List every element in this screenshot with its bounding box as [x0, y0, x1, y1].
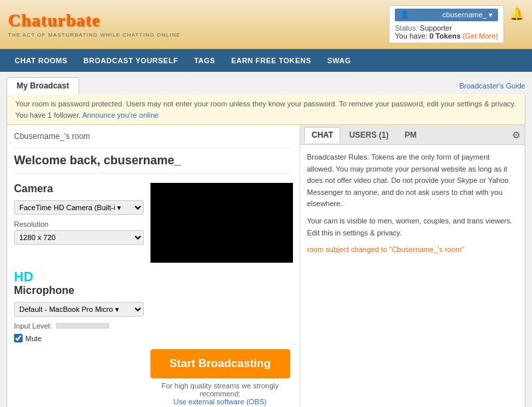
welcome-message: Welcome back, cbusername_: [14, 148, 293, 174]
microphone-heading: Microphone: [14, 285, 293, 297]
camera-select[interactable]: FaceTime HD Camera (Built-i ▾: [14, 200, 144, 215]
input-level-label: Input Level:: [14, 322, 52, 330]
tagline: THE ACT OF MASTURBATING WHILE CHATTING O…: [8, 32, 180, 38]
nav-swag[interactable]: SWAG: [319, 49, 359, 72]
nav-broadcast[interactable]: BROADCAST YOURSELF: [75, 49, 186, 72]
alert-text-1: Your room is password protected. Users m…: [15, 100, 516, 108]
username-label[interactable]: cbusername_ ▾: [442, 11, 493, 19]
status-row: Status: Supporter: [395, 24, 498, 32]
status-label: Status:: [395, 24, 417, 32]
input-level-bar: [56, 323, 109, 329]
broadcaster-guide-link[interactable]: Broadcaster's Guide: [459, 82, 525, 90]
camera-video-row: Camera FaceTime HD Camera (Built-i ▾ Res…: [14, 183, 293, 263]
room-title: Cbusername_'s room: [14, 132, 293, 141]
camera-heading: Camera: [14, 183, 144, 195]
bell-icon[interactable]: 🔔: [509, 7, 524, 21]
chat-settings-icon[interactable]: ⚙: [512, 130, 521, 140]
tokens-count: 0 Tokens: [429, 32, 461, 40]
tabs-bar: My Broadcast Broadcaster's Guide: [7, 77, 525, 94]
mute-label: Mute: [25, 335, 41, 342]
camera-settings: Camera FaceTime HD Camera (Built-i ▾ Res…: [14, 183, 144, 263]
hd-label: HD: [14, 269, 293, 285]
recommend-text: For high quality streams we strongly rec…: [147, 382, 293, 406]
chat-tabs-bar: CHAT USERS (1) PM ⚙: [300, 125, 525, 145]
chat-tab-pm[interactable]: PM: [398, 127, 424, 143]
microphone-section: Microphone Default - MacBook Pro Micro ▾…: [14, 285, 293, 342]
nav-tags[interactable]: TAGS: [186, 49, 223, 72]
room-subject-change: room subject changed to "Cbusername_'s r…: [307, 244, 518, 256]
broadcast-button-area: Start Broadcasting For high quality stre…: [147, 349, 293, 406]
chat-tab-users[interactable]: USERS (1): [342, 127, 396, 143]
nav-bar: CHAT ROOMS BROADCAST YOURSELF TAGS EARN …: [0, 49, 532, 72]
left-column: Cbusername_'s room Welcome back, cbusern…: [7, 125, 300, 407]
content-area: My Broadcast Broadcaster's Guide Your ro…: [0, 72, 532, 407]
alert-bar: Your room is password protected. Users m…: [7, 94, 525, 125]
two-column-layout: Cbusername_'s room Welcome back, cbusern…: [7, 125, 525, 407]
nav-chat-rooms[interactable]: CHAT ROOMS: [7, 49, 75, 72]
video-preview: [150, 183, 293, 263]
user-area: 👤 cbusername_ ▾ Status: Supporter You ha…: [389, 5, 524, 43]
tokens-row: You have: 0 Tokens (Get More): [395, 32, 498, 40]
resolution-label: Resolution: [14, 220, 144, 228]
obs-link[interactable]: Use external software (OBS): [174, 398, 267, 406]
resolution-select[interactable]: 1280 x 720: [14, 230, 144, 245]
user-icon: 👤: [400, 11, 409, 19]
main-panel: Your room is password protected. Users m…: [7, 94, 525, 407]
get-more-link[interactable]: (Get More): [463, 32, 498, 40]
nav-earn-tokens[interactable]: EARN FREE TOKENS: [223, 49, 319, 72]
status-value: Supporter: [420, 24, 452, 32]
mute-row: Mute: [14, 334, 293, 342]
chat-content: Broadcaster Rules: Tokens are the only f…: [300, 145, 525, 407]
chat-tab-chat[interactable]: CHAT: [304, 127, 340, 143]
mute-checkbox[interactable]: [14, 334, 23, 342]
my-broadcast-tab[interactable]: My Broadcast: [7, 77, 79, 94]
logo-area: Chaturbate THE ACT OF MASTURBATING WHILE…: [8, 11, 180, 38]
start-broadcast-button[interactable]: Start Broadcasting: [150, 349, 290, 378]
alert-text-2: You have 1 follower.: [15, 111, 81, 119]
chat-rules-text-2: Your cam is visible to men, women, coupl…: [307, 215, 518, 239]
you-have-label: You have:: [395, 32, 427, 40]
header: Chaturbate THE ACT OF MASTURBATING WHILE…: [0, 0, 532, 49]
right-column: CHAT USERS (1) PM ⚙ Broadcaster Rules: T…: [300, 125, 525, 407]
input-level-row: Input Level:: [14, 322, 293, 330]
microphone-select[interactable]: Default - MacBook Pro Micro ▾: [14, 302, 144, 317]
announce-link[interactable]: Announce you're online: [83, 111, 159, 119]
username-bar[interactable]: 👤 cbusername_ ▾: [395, 9, 498, 21]
user-box: 👤 cbusername_ ▾ Status: Supporter You ha…: [389, 5, 504, 43]
logo: Chaturbate: [8, 11, 180, 31]
chat-rules-text-1: Broadcaster Rules: Tokens are the only f…: [307, 152, 518, 210]
